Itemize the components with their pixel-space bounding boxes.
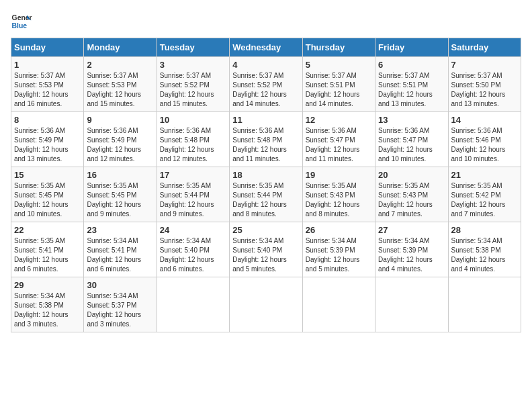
calendar-cell: 5Sunrise: 5:37 AMSunset: 5:51 PMDaylight… <box>302 57 375 112</box>
calendar-cell: 2Sunrise: 5:37 AMSunset: 5:53 PMDaylight… <box>84 57 157 112</box>
calendar-header-row: SundayMondayTuesdayWednesdayThursdayFrid… <box>11 38 521 57</box>
day-number: 24 <box>160 225 226 235</box>
calendar-cell: 17Sunrise: 5:35 AMSunset: 5:44 PMDayligh… <box>157 167 229 222</box>
cell-info: Sunrise: 5:34 AMSunset: 5:39 PMDaylight:… <box>378 237 433 273</box>
calendar-cell <box>448 277 521 332</box>
calendar-cell: 18Sunrise: 5:35 AMSunset: 5:44 PMDayligh… <box>230 167 302 222</box>
day-number: 14 <box>451 115 518 125</box>
calendar-table: SundayMondayTuesdayWednesdayThursdayFrid… <box>11 38 521 332</box>
calendar-cell: 3Sunrise: 5:37 AMSunset: 5:52 PMDaylight… <box>157 57 229 112</box>
week-row-4: 22Sunrise: 5:35 AMSunset: 5:41 PMDayligh… <box>11 222 521 277</box>
day-number: 11 <box>232 115 299 125</box>
calendar-cell: 11Sunrise: 5:36 AMSunset: 5:48 PMDayligh… <box>230 112 302 167</box>
cell-info: Sunrise: 5:35 AMSunset: 5:45 PMDaylight:… <box>87 182 141 218</box>
calendar-cell: 23Sunrise: 5:34 AMSunset: 5:41 PMDayligh… <box>84 222 157 277</box>
column-header-tuesday: Tuesday <box>157 38 229 57</box>
cell-info: Sunrise: 5:35 AMSunset: 5:44 PMDaylight:… <box>232 182 287 218</box>
cell-info: Sunrise: 5:37 AMSunset: 5:53 PMDaylight:… <box>87 72 141 107</box>
calendar-cell: 29Sunrise: 5:34 AMSunset: 5:38 PMDayligh… <box>11 277 84 332</box>
cell-info: Sunrise: 5:35 AMSunset: 5:41 PMDaylight:… <box>14 237 69 273</box>
day-number: 30 <box>87 280 153 290</box>
day-number: 16 <box>87 170 153 180</box>
calendar-cell: 24Sunrise: 5:34 AMSunset: 5:40 PMDayligh… <box>157 222 229 277</box>
day-number: 2 <box>87 60 153 70</box>
cell-info: Sunrise: 5:36 AMSunset: 5:48 PMDaylight:… <box>232 127 287 163</box>
logo-icon: General Blue <box>11 11 32 32</box>
cell-info: Sunrise: 5:36 AMSunset: 5:49 PMDaylight:… <box>87 127 141 163</box>
calendar-cell: 7Sunrise: 5:37 AMSunset: 5:50 PMDaylight… <box>448 57 521 112</box>
calendar-cell: 28Sunrise: 5:34 AMSunset: 5:38 PMDayligh… <box>448 222 521 277</box>
week-row-3: 15Sunrise: 5:35 AMSunset: 5:45 PMDayligh… <box>11 167 521 222</box>
calendar-cell: 4Sunrise: 5:37 AMSunset: 5:52 PMDaylight… <box>230 57 302 112</box>
cell-info: Sunrise: 5:35 AMSunset: 5:43 PMDaylight:… <box>378 182 433 218</box>
cell-info: Sunrise: 5:34 AMSunset: 5:40 PMDaylight:… <box>232 237 287 273</box>
cell-info: Sunrise: 5:37 AMSunset: 5:53 PMDaylight:… <box>14 72 69 107</box>
cell-info: Sunrise: 5:36 AMSunset: 5:49 PMDaylight:… <box>14 127 69 163</box>
cell-info: Sunrise: 5:34 AMSunset: 5:37 PMDaylight:… <box>87 292 141 328</box>
cell-info: Sunrise: 5:34 AMSunset: 5:38 PMDaylight:… <box>451 237 506 273</box>
week-row-2: 8Sunrise: 5:36 AMSunset: 5:49 PMDaylight… <box>11 112 521 167</box>
cell-info: Sunrise: 5:35 AMSunset: 5:43 PMDaylight:… <box>306 182 360 218</box>
logo: General Blue <box>11 11 32 32</box>
calendar-cell <box>302 277 375 332</box>
column-header-saturday: Saturday <box>448 38 521 57</box>
day-number: 18 <box>232 170 299 180</box>
day-number: 13 <box>378 115 445 125</box>
calendar-cell: 6Sunrise: 5:37 AMSunset: 5:51 PMDaylight… <box>375 57 448 112</box>
calendar-cell <box>375 277 448 332</box>
calendar-cell: 10Sunrise: 5:36 AMSunset: 5:48 PMDayligh… <box>157 112 229 167</box>
calendar-cell: 14Sunrise: 5:36 AMSunset: 5:46 PMDayligh… <box>448 112 521 167</box>
day-number: 12 <box>306 115 372 125</box>
day-number: 26 <box>306 225 372 235</box>
week-row-5: 29Sunrise: 5:34 AMSunset: 5:38 PMDayligh… <box>11 277 521 332</box>
cell-info: Sunrise: 5:37 AMSunset: 5:52 PMDaylight:… <box>160 72 214 107</box>
cell-info: Sunrise: 5:34 AMSunset: 5:41 PMDaylight:… <box>87 237 141 273</box>
week-row-1: 1Sunrise: 5:37 AMSunset: 5:53 PMDaylight… <box>11 57 521 112</box>
cell-info: Sunrise: 5:34 AMSunset: 5:40 PMDaylight:… <box>160 237 214 273</box>
calendar-cell: 20Sunrise: 5:35 AMSunset: 5:43 PMDayligh… <box>375 167 448 222</box>
calendar-cell: 12Sunrise: 5:36 AMSunset: 5:47 PMDayligh… <box>302 112 375 167</box>
calendar-cell: 13Sunrise: 5:36 AMSunset: 5:47 PMDayligh… <box>375 112 448 167</box>
column-header-monday: Monday <box>84 38 157 57</box>
cell-info: Sunrise: 5:35 AMSunset: 5:45 PMDaylight:… <box>14 182 69 218</box>
day-number: 20 <box>378 170 445 180</box>
calendar-cell: 8Sunrise: 5:36 AMSunset: 5:49 PMDaylight… <box>11 112 84 167</box>
day-number: 27 <box>378 225 445 235</box>
calendar-cell: 27Sunrise: 5:34 AMSunset: 5:39 PMDayligh… <box>375 222 448 277</box>
cell-info: Sunrise: 5:34 AMSunset: 5:38 PMDaylight:… <box>14 292 69 328</box>
day-number: 28 <box>451 225 518 235</box>
cell-info: Sunrise: 5:36 AMSunset: 5:47 PMDaylight:… <box>306 127 360 163</box>
day-number: 3 <box>160 60 226 70</box>
calendar-cell: 30Sunrise: 5:34 AMSunset: 5:37 PMDayligh… <box>84 277 157 332</box>
calendar-body: 1Sunrise: 5:37 AMSunset: 5:53 PMDaylight… <box>11 57 521 332</box>
column-header-thursday: Thursday <box>302 38 375 57</box>
calendar-cell: 21Sunrise: 5:35 AMSunset: 5:42 PMDayligh… <box>448 167 521 222</box>
day-number: 1 <box>14 60 81 70</box>
column-header-sunday: Sunday <box>11 38 84 57</box>
cell-info: Sunrise: 5:35 AMSunset: 5:44 PMDaylight:… <box>160 182 214 218</box>
day-number: 25 <box>232 225 299 235</box>
day-number: 6 <box>378 60 445 70</box>
cell-info: Sunrise: 5:34 AMSunset: 5:39 PMDaylight:… <box>306 237 360 273</box>
day-number: 19 <box>306 170 372 180</box>
cell-info: Sunrise: 5:36 AMSunset: 5:48 PMDaylight:… <box>160 127 214 163</box>
column-header-friday: Friday <box>375 38 448 57</box>
calendar-cell: 15Sunrise: 5:35 AMSunset: 5:45 PMDayligh… <box>11 167 84 222</box>
calendar-cell: 25Sunrise: 5:34 AMSunset: 5:40 PMDayligh… <box>230 222 302 277</box>
day-number: 29 <box>14 280 81 290</box>
cell-info: Sunrise: 5:37 AMSunset: 5:51 PMDaylight:… <box>306 72 360 107</box>
cell-info: Sunrise: 5:37 AMSunset: 5:50 PMDaylight:… <box>451 72 506 107</box>
day-number: 10 <box>160 115 226 125</box>
calendar-cell: 19Sunrise: 5:35 AMSunset: 5:43 PMDayligh… <box>302 167 375 222</box>
cell-info: Sunrise: 5:35 AMSunset: 5:42 PMDaylight:… <box>451 182 506 218</box>
day-number: 15 <box>14 170 81 180</box>
cell-info: Sunrise: 5:36 AMSunset: 5:47 PMDaylight:… <box>378 127 433 163</box>
day-number: 21 <box>451 170 518 180</box>
column-header-wednesday: Wednesday <box>230 38 302 57</box>
day-number: 4 <box>232 60 299 70</box>
day-number: 22 <box>14 225 81 235</box>
calendar-cell: 26Sunrise: 5:34 AMSunset: 5:39 PMDayligh… <box>302 222 375 277</box>
calendar-cell <box>157 277 229 332</box>
day-number: 5 <box>306 60 372 70</box>
calendar-cell: 9Sunrise: 5:36 AMSunset: 5:49 PMDaylight… <box>84 112 157 167</box>
